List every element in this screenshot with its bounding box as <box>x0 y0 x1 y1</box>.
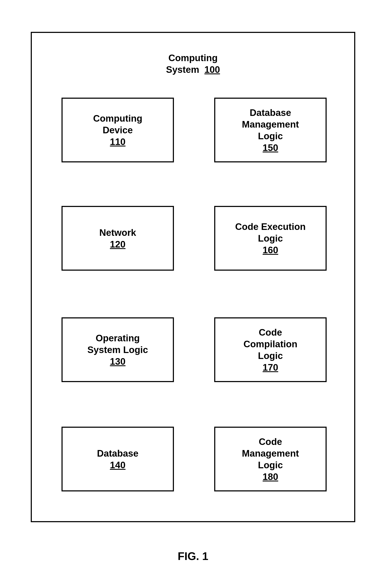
block-line2: Device <box>103 124 133 136</box>
title-line2: System <box>166 64 199 75</box>
block-ref: 120 <box>110 238 125 250</box>
block-database: Database 140 <box>61 427 174 491</box>
block-network: Network 120 <box>61 206 174 271</box>
block-computing-device: Computing Device 110 <box>61 98 174 162</box>
block-database-management-logic: Database Management Logic 150 <box>214 98 327 162</box>
block-line3: Logic <box>258 350 283 361</box>
computing-system-container: Computing System 100 Computing Device 11… <box>31 32 355 522</box>
block-line2: Management <box>242 118 299 130</box>
block-ref: 110 <box>110 136 125 147</box>
block-operating-system-logic: Operating System Logic 130 <box>61 317 174 382</box>
block-ref: 140 <box>110 459 125 471</box>
block-ref: 150 <box>263 142 278 153</box>
block-ref: 160 <box>263 244 278 256</box>
block-line1: Computing <box>93 112 142 124</box>
block-ref: 170 <box>263 361 278 373</box>
block-line1: Network <box>99 227 136 238</box>
block-line1: Operating <box>96 332 140 344</box>
figure-caption: FIG. 1 <box>178 550 208 563</box>
block-line2: Logic <box>258 232 283 244</box>
block-ref: 130 <box>110 356 125 367</box>
block-line1: Code <box>259 436 282 447</box>
title-ref: 100 <box>204 64 220 75</box>
title-line1: Computing <box>166 52 220 64</box>
title-line2-row: System 100 <box>166 64 220 75</box>
block-ref: 180 <box>263 471 278 483</box>
block-line1: Database <box>97 447 138 459</box>
block-line3: Logic <box>258 459 283 471</box>
block-line1: Database <box>250 107 291 118</box>
block-code-execution-logic: Code Execution Logic 160 <box>214 206 327 271</box>
block-line1: Code Execution <box>235 221 306 232</box>
block-code-compilation-logic: Code Compilation Logic 170 <box>214 317 327 382</box>
block-line2: Management <box>242 447 299 459</box>
block-line3: Logic <box>258 130 283 142</box>
block-line2: Compilation <box>244 338 297 350</box>
block-code-management-logic: Code Management Logic 180 <box>214 427 327 491</box>
block-line2: System Logic <box>87 344 148 356</box>
block-line1: Code <box>259 326 282 338</box>
diagram-title: Computing System 100 <box>166 52 220 75</box>
